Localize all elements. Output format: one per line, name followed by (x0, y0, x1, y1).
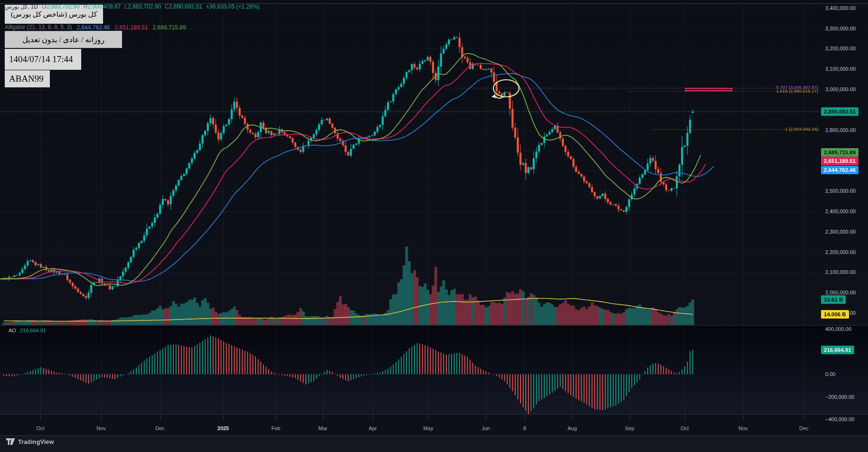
alligator-label: Alligator (21, 13, 8, 8, 5, 3) (5, 24, 72, 31)
price-axis-label: 2,000,000.00 (825, 290, 856, 295)
time-axis-label: Aug (567, 425, 577, 431)
time-axis-label: Oct (680, 425, 689, 431)
ao-axis-label: −400,000.00 (825, 416, 854, 422)
legend-alligator-row[interactable]: Alligator (21, 13, 8, 8, 5, 3) 2,644,762… (5, 24, 186, 31)
low-value: L2,883,702.90 (124, 3, 161, 10)
price-axis-label: 2,800,000.00 (825, 127, 856, 133)
price-axis-label: 3,300,000.00 (825, 26, 856, 31)
tooltip-subtitle[interactable]: روزانه / عادی / بدون تعدیل (5, 31, 122, 48)
price-tag-ao: 216,664.91 (821, 346, 854, 354)
price-axis-label: 2,200,000.00 (825, 249, 856, 255)
time-axis-label: May (424, 425, 434, 431)
price-axis-label: 3,400,000.00 (825, 5, 856, 11)
time-axis-label: 2025 (217, 425, 229, 431)
rectangle-drawing[interactable] (685, 88, 732, 92)
time-axis-label: Nov (738, 425, 748, 431)
price-chart-canvas[interactable] (0, 0, 868, 452)
ao-axis-label: 400,000.00 (825, 326, 851, 332)
price-axis-label: 3,000,000.00 (825, 86, 856, 92)
tooltip-code[interactable]: ABAN99 (5, 70, 50, 87)
close-value: C2,890,692.51 (165, 3, 202, 10)
price-tag-volume-ma: 14.006 B (821, 310, 849, 319)
price-tag-alligator-lips: 2,689,715.89 (821, 148, 859, 157)
time-axis-label: Dec (155, 425, 165, 431)
high-value: H2,900,408.67 (84, 3, 121, 10)
alligator-jaw-value: 2,644,762.46 (76, 24, 110, 31)
price-axis-label: 3,100,000.00 (825, 66, 856, 72)
ao-legend-row[interactable]: AO 216,664.91 (9, 328, 46, 333)
tradingview-attribution[interactable]: TradingView (6, 438, 54, 445)
price-axis-label: 2,500,000.00 (825, 188, 856, 194)
price-tag-alligator-jaw: 2,644,762.46 (821, 166, 859, 174)
price-tag-last-price: 2,890,692.51 (821, 107, 859, 116)
tradingview-logo-text: TradingView (18, 439, 54, 445)
time-axis-label: Sep (625, 425, 634, 431)
time-axis-label: Feb (272, 425, 281, 431)
price-axis-label: 2,100,000.00 (825, 269, 856, 275)
ao-axis-label: 0.00 (825, 371, 835, 377)
price-axis-label: 2,400,000.00 (825, 208, 856, 214)
ao-value: 216,664.91 (20, 328, 46, 333)
time-axis-label: Dec (799, 425, 809, 431)
legend-main-row[interactable]: کل بورس‎, 1D O2,883,702.90 H2,900,408.67… (5, 3, 260, 10)
tooltip-datetime[interactable]: 1404/07/14 17:44 (5, 49, 81, 70)
symbol-title: کل بورس‎, 1D (5, 3, 38, 10)
time-axis-label: Apr (368, 425, 377, 431)
tradingview-logo-icon (6, 438, 15, 445)
chart-app: 0.707 (3,006,307.87)1.618 (2,990,915.17)… (0, 0, 868, 452)
time-axis-label: Nov (96, 425, 106, 431)
time-axis-label: 8 (523, 425, 526, 431)
price-tag-volume: 33.61 B (821, 295, 846, 304)
fib-level-label: 1.618 (2,990,915.17) (776, 89, 818, 93)
price-tag-alligator-teeth: 2,651,189.51 (821, 157, 859, 165)
ao-label: AO (9, 328, 16, 333)
alligator-lips-value: 2,689,715.89 (153, 24, 186, 31)
ellipse-drawing[interactable] (489, 75, 527, 104)
alligator-teeth-value: 2,651,189.51 (115, 24, 148, 31)
time-axis-label: Oct (36, 425, 44, 431)
time-axis-label: Mar (319, 425, 328, 431)
price-axis-label: 3,200,000.00 (825, 46, 856, 51)
ao-axis-label: −200,000.00 (825, 394, 854, 400)
price-axis-label: 2,300,000.00 (825, 229, 856, 235)
time-axis-label: Jun (481, 425, 490, 431)
change-value: +36,633.05 (+1.28%) (206, 3, 260, 10)
open-value: O2,883,702.90 (42, 3, 79, 10)
fib-level-label: 1 (2,804,942.04) (785, 127, 818, 131)
